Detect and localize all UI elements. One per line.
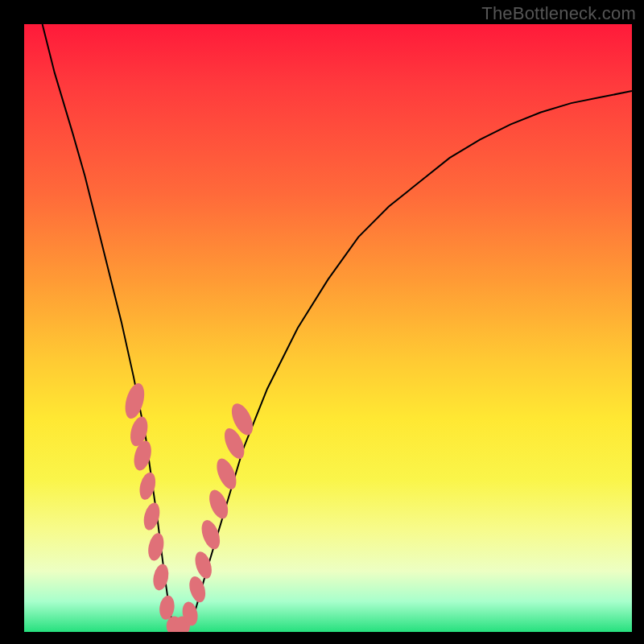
curve-marker [122, 382, 147, 421]
curve-marker [205, 487, 231, 521]
curve-marker [198, 518, 223, 551]
watermark-text: TheBottleneck.com [481, 3, 636, 24]
curve-marker [151, 563, 171, 592]
curve-markers [122, 382, 257, 632]
chart-frame: TheBottleneck.com [0, 0, 644, 644]
curve-svg [24, 24, 632, 632]
plot-area [24, 24, 632, 632]
bottleneck-curve [43, 24, 632, 632]
